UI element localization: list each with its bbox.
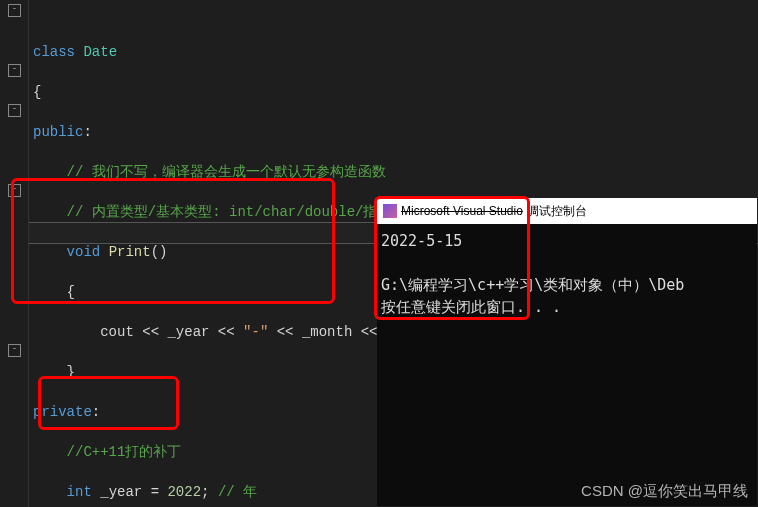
keyword-private: private [33, 404, 92, 420]
comment: // 我们不写，编译器会生成一个默认无参构造函数 [67, 164, 386, 180]
fold-icon[interactable]: - [8, 344, 21, 357]
brace: { [67, 284, 75, 300]
console-output-line: G:\编程学习\c++学习\类和对象（中）\Deb [381, 276, 684, 294]
parens: () [151, 244, 168, 260]
variable: _year [159, 324, 218, 340]
operator: << [218, 324, 235, 340]
variable: _month [294, 324, 361, 340]
fold-icon[interactable]: - [8, 104, 21, 117]
console-body: 2022-5-15 G:\编程学习\c++学习\类和对象（中）\Deb 按任意键… [377, 224, 757, 324]
keyword-class: class [33, 44, 75, 60]
fold-icon[interactable]: - [8, 64, 21, 77]
operator: << [277, 324, 294, 340]
console-output-line: 按任意键关闭此窗口. . . [381, 298, 561, 316]
class-name: Date [83, 44, 117, 60]
fold-icon[interactable]: - [8, 4, 21, 17]
colon: : [83, 124, 91, 140]
function-name: Print [109, 244, 151, 260]
watermark: CSDN @逗你笑出马甲线 [581, 482, 748, 501]
variable: _year [92, 484, 151, 500]
comment: // 年 [218, 484, 257, 500]
number: 2022 [167, 484, 201, 500]
code-text: cout [100, 324, 142, 340]
console-window: Microsoft Visual Studio 调试控制台 2022-5-15 … [377, 198, 757, 506]
console-title-text: 调试控制台 [527, 198, 587, 224]
comment: //C++11打的补丁 [67, 444, 182, 460]
semicolon: ; [201, 484, 218, 500]
vs-icon [383, 204, 397, 218]
console-titlebar[interactable]: Microsoft Visual Studio 调试控制台 [377, 198, 757, 224]
string: "-" [235, 324, 277, 340]
keyword-public: public [33, 124, 83, 140]
console-title-strike: Microsoft Visual Studio [401, 198, 523, 224]
keyword-void: void [67, 244, 101, 260]
gutter: - - - - - [0, 0, 29, 507]
comment: // 内置类型/基本类型: int/char/double/指针... [67, 204, 417, 220]
operator: = [151, 484, 168, 500]
colon: : [92, 404, 100, 420]
operator: << [361, 324, 378, 340]
operator: << [142, 324, 159, 340]
fold-icon[interactable]: - [8, 184, 21, 197]
console-output-line: 2022-5-15 [381, 232, 462, 250]
brace: } [67, 364, 75, 380]
type-int: int [67, 484, 92, 500]
brace: { [33, 84, 41, 100]
